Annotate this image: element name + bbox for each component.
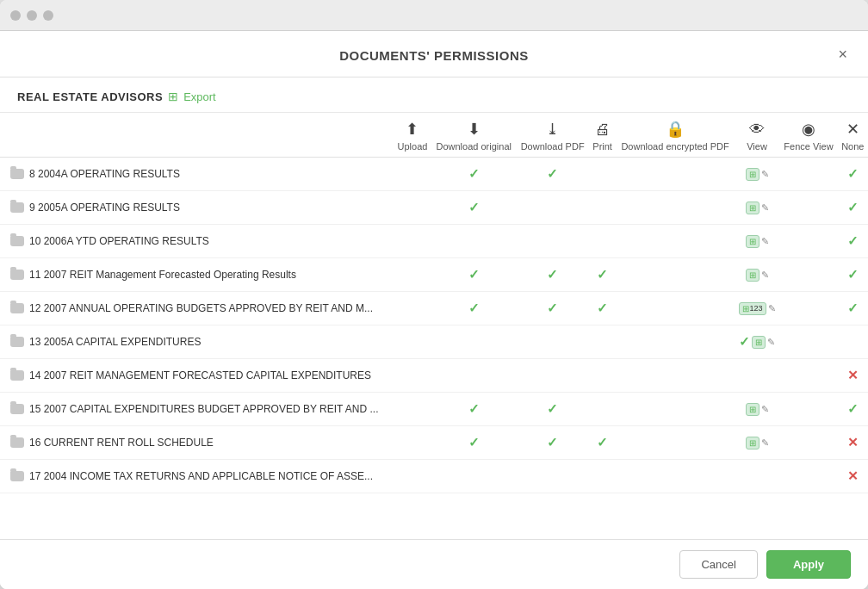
cell-upload[interactable] [394, 359, 431, 393]
table-row: 15 2007 CAPITAL EXPENDITURES BUDGET APPR… [0, 393, 868, 426]
cell-print[interactable] [589, 460, 617, 493]
traffic-light-maximize [43, 10, 53, 21]
cell-fence_view[interactable] [779, 225, 837, 258]
cell-download_pdf[interactable] [516, 359, 588, 393]
cell-download_encrypted[interactable] [616, 393, 734, 426]
cell-download_pdf[interactable] [516, 326, 588, 359]
table-container[interactable]: ⬆ Upload ⬇ Download original [0, 113, 868, 539]
cell-print[interactable] [589, 359, 617, 393]
cell-download_encrypted[interactable] [616, 191, 734, 225]
cell-print[interactable] [589, 225, 617, 258]
cell-download_original[interactable]: ✓ [431, 158, 516, 191]
cross-icon: ✕ [847, 468, 859, 483]
cell-download_encrypted[interactable] [616, 326, 734, 359]
cell-download_encrypted[interactable] [616, 225, 734, 258]
pencil-icon[interactable]: ✎ [761, 437, 769, 449]
cell-fence_view[interactable] [779, 426, 837, 460]
download-original-icon: ⬇ [468, 120, 480, 139]
cell-download_encrypted[interactable] [616, 426, 734, 460]
cell-download_original[interactable] [431, 326, 516, 359]
cell-upload[interactable] [394, 393, 431, 426]
pencil-icon[interactable]: ✎ [761, 169, 769, 180]
cell-upload[interactable] [394, 258, 431, 292]
pencil-icon[interactable]: ✎ [768, 303, 776, 314]
cell-download_encrypted[interactable] [616, 292, 734, 326]
cell-print[interactable]: ✓ [589, 258, 617, 292]
row-name: 11 2007 REIT Management Forecasted Opera… [0, 258, 394, 292]
pencil-icon[interactable]: ✎ [767, 337, 775, 348]
apply-button[interactable]: Apply [766, 550, 851, 579]
cell-print[interactable] [589, 326, 617, 359]
cell-download_original[interactable]: ✓ [431, 426, 516, 460]
pencil-icon[interactable]: ✎ [761, 202, 769, 214]
cell-fence_view[interactable] [779, 292, 837, 326]
cell-none[interactable]: ✕ [838, 460, 868, 493]
cell-download_pdf[interactable]: ✓ [516, 426, 588, 460]
cell-fence_view[interactable] [779, 191, 837, 225]
cell-download_pdf[interactable] [516, 460, 588, 493]
cell-download_original[interactable] [431, 460, 516, 493]
cell-upload[interactable] [394, 326, 431, 359]
cell-print[interactable] [589, 191, 617, 225]
pencil-icon[interactable]: ✎ [761, 236, 769, 247]
cell-download_original[interactable]: ✓ [431, 258, 516, 292]
cell-fence_view[interactable] [779, 326, 837, 359]
cell-fence_view[interactable] [779, 460, 837, 493]
cell-view[interactable] [735, 460, 780, 493]
cell-none[interactable]: ✓ [838, 258, 868, 292]
cell-download_encrypted[interactable] [616, 158, 734, 191]
cell-view[interactable] [735, 359, 780, 393]
cell-download_original[interactable] [431, 225, 516, 258]
cell-download_encrypted[interactable] [616, 460, 734, 493]
cell-download_pdf[interactable] [516, 191, 588, 225]
cell-view[interactable]: ✓⊞✎ [735, 326, 780, 359]
cell-download_pdf[interactable]: ✓ [516, 158, 588, 191]
cell-view[interactable]: ⊞✎ [735, 393, 780, 426]
cell-fence_view[interactable] [779, 359, 837, 393]
cancel-button[interactable]: Cancel [679, 550, 757, 579]
cell-upload[interactable] [394, 158, 431, 191]
cell-upload[interactable] [394, 426, 431, 460]
cell-fence_view[interactable] [779, 158, 837, 191]
export-link[interactable]: Export [183, 90, 216, 103]
cell-view[interactable]: ⊞✎ [735, 158, 780, 191]
cell-print[interactable]: ✓ [589, 426, 617, 460]
cell-upload[interactable] [394, 460, 431, 493]
pencil-icon[interactable]: ✎ [761, 270, 769, 281]
pencil-icon[interactable]: ✎ [761, 404, 769, 415]
cell-download_pdf[interactable]: ✓ [516, 292, 588, 326]
cell-upload[interactable] [394, 225, 431, 258]
cell-download_original[interactable]: ✓ [431, 393, 516, 426]
cell-view[interactable]: ⊞✎ [735, 426, 780, 460]
cell-download_pdf[interactable]: ✓ [516, 393, 588, 426]
cell-none[interactable]: ✕ [838, 359, 868, 393]
cell-download_encrypted[interactable] [616, 258, 734, 292]
col-header-view: 👁 View [735, 113, 780, 158]
cell-download_original[interactable]: ✓ [431, 292, 516, 326]
cell-download_original[interactable] [431, 359, 516, 393]
cell-view[interactable]: ⊞ 123✎ [735, 292, 780, 326]
cell-fence_view[interactable] [779, 258, 837, 292]
fence-badge: ⊞ [752, 336, 766, 349]
cell-view[interactable]: ⊞✎ [735, 225, 780, 258]
cell-none[interactable]: ✓ [838, 393, 868, 426]
cell-download_pdf[interactable]: ✓ [516, 258, 588, 292]
cell-none[interactable] [838, 326, 868, 359]
close-button[interactable]: × [834, 43, 851, 65]
cell-view[interactable]: ⊞✎ [735, 191, 780, 225]
cell-download_encrypted[interactable] [616, 359, 734, 393]
cell-none[interactable]: ✓ [838, 158, 868, 191]
cell-fence_view[interactable] [779, 393, 837, 426]
cell-print[interactable]: ✓ [589, 292, 617, 326]
cell-download_original[interactable]: ✓ [431, 191, 516, 225]
cell-upload[interactable] [394, 191, 431, 225]
cell-none[interactable]: ✕ [838, 426, 868, 460]
cell-none[interactable]: ✓ [838, 191, 868, 225]
cell-upload[interactable] [394, 292, 431, 326]
cell-none[interactable]: ✓ [838, 225, 868, 258]
cell-view[interactable]: ⊞✎ [735, 258, 780, 292]
cell-none[interactable]: ✓ [838, 292, 868, 326]
cell-print[interactable] [589, 393, 617, 426]
cell-print[interactable] [589, 158, 617, 191]
cell-download_pdf[interactable] [516, 225, 588, 258]
